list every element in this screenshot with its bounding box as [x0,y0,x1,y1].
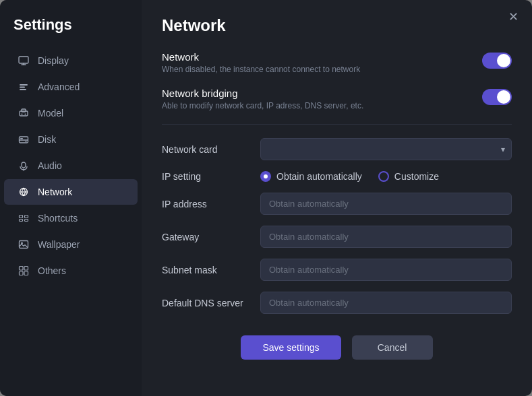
display-icon [18,55,30,67]
sidebar-item-disk[interactable]: Disk [4,127,138,152]
svg-rect-18 [20,216,23,218]
settings-dialog: Settings Display Advanced [0,0,532,396]
sidebar-item-network[interactable]: Network [4,179,138,205]
footer: Save settings Cancel [162,330,512,360]
sidebar-item-advanced[interactable]: Advanced [4,74,138,100]
network-toggle-label: Network [162,51,360,63]
svg-rect-3 [20,84,28,86]
sidebar-item-label: Advanced [38,81,80,92]
gateway-row: Gateway [162,226,512,248]
ip-setting-row: IP setting Obtain automatically Customiz… [162,171,512,182]
page-title: Network [162,16,512,35]
svg-rect-14 [22,162,26,168]
svg-rect-25 [24,267,28,271]
network-card-row: Network card ▾ [162,138,512,160]
bridging-toggle-label: Network bridging [162,88,363,99]
bridging-toggle-info: Network bridging Able to modify network … [162,88,363,110]
shortcuts-icon [18,212,30,224]
bridging-toggle-track[interactable] [482,89,512,105]
ip-auto-radio-text: Obtain automatically [276,171,362,182]
subnet-mask-row: Subnet mask [162,259,512,281]
sidebar-item-label: Wallpaper [38,239,80,250]
svg-rect-19 [25,216,28,218]
svg-point-8 [22,114,23,115]
svg-rect-7 [22,109,26,112]
close-button[interactable]: ✕ [506,8,521,26]
sidebar-item-audio[interactable]: Audio [4,153,138,178]
audio-icon [18,160,30,172]
bridging-toggle[interactable] [482,89,512,105]
sidebar-item-wallpaper[interactable]: Wallpaper [4,232,138,257]
others-icon [18,265,30,277]
svg-rect-5 [20,89,26,90]
gateway-input[interactable] [260,226,512,248]
sidebar-item-label: Model [38,108,63,119]
network-card-select[interactable] [260,138,512,160]
sidebar-item-label: Display [38,55,69,66]
disk-icon [18,133,30,145]
svg-rect-13 [20,138,23,139]
sidebar-item-model[interactable]: Model [4,100,138,126]
sidebar: Settings Display Advanced [0,0,142,396]
cancel-button[interactable]: Cancel [352,335,433,360]
svg-point-9 [25,114,26,115]
ip-custom-radio-label[interactable]: Customize [378,171,439,182]
svg-rect-4 [20,87,25,88]
ip-setting-control: Obtain automatically Customize [260,171,512,182]
dns-label: Default DNS server [162,298,249,308]
svg-rect-0 [19,57,28,63]
ip-auto-radio-label[interactable]: Obtain automatically [260,171,362,182]
svg-point-23 [21,242,23,244]
network-toggle-thumb [497,54,510,67]
save-button[interactable]: Save settings [241,335,341,360]
ip-address-control [260,193,512,215]
svg-point-12 [26,141,27,142]
ip-address-row: IP address [162,193,512,215]
ip-custom-radio-text: Customize [394,171,439,182]
svg-rect-21 [25,220,28,222]
wallpaper-icon [18,238,30,251]
bridging-toggle-row: Network bridging Able to modify network … [162,88,512,110]
sidebar-item-label: Network [38,187,72,197]
gateway-control [260,226,512,248]
divider [162,124,512,125]
network-card-control: ▾ [260,138,512,160]
sidebar-item-label: Shortcuts [38,213,78,224]
bridging-toggle-thumb [497,90,510,104]
network-icon [18,186,30,198]
sidebar-item-display[interactable]: Display [4,48,138,73]
dns-row: Default DNS server [162,292,512,314]
ip-custom-radio[interactable] [378,171,389,182]
dns-control [260,292,512,314]
subnet-mask-control [260,259,512,281]
svg-rect-20 [20,220,23,222]
sidebar-item-label: Audio [38,160,62,171]
dns-input[interactable] [260,292,512,314]
ip-auto-radio[interactable] [260,171,271,182]
svg-rect-26 [20,271,24,275]
network-card-label: Network card [162,144,249,155]
advanced-icon [18,81,30,93]
model-icon [18,107,30,119]
network-toggle-info: Network When disabled, the instance cann… [162,51,360,74]
sidebar-title: Settings [0,11,142,47]
network-toggle-desc: When disabled, the instance cannot conne… [162,65,360,74]
gateway-label: Gateway [162,232,249,242]
sidebar-item-label: Disk [38,134,56,145]
main-content: ✕ Network Network When disabled, the ins… [142,0,532,396]
ip-address-label: IP address [162,199,249,209]
sidebar-item-label: Others [38,265,66,276]
svg-rect-27 [24,271,28,275]
network-toggle-track[interactable] [482,53,512,69]
network-toggle-row: Network When disabled, the instance cann… [162,51,512,74]
ip-setting-label: IP setting [162,171,249,182]
subnet-mask-input[interactable] [260,259,512,281]
network-toggle[interactable] [482,53,512,69]
svg-rect-24 [20,267,24,271]
sidebar-item-shortcuts[interactable]: Shortcuts [4,205,138,231]
subnet-mask-label: Subnet mask [162,265,249,275]
bridging-toggle-desc: Able to modify network card, IP adress, … [162,101,363,110]
sidebar-item-others[interactable]: Others [4,258,138,284]
ip-address-input[interactable] [260,193,512,215]
